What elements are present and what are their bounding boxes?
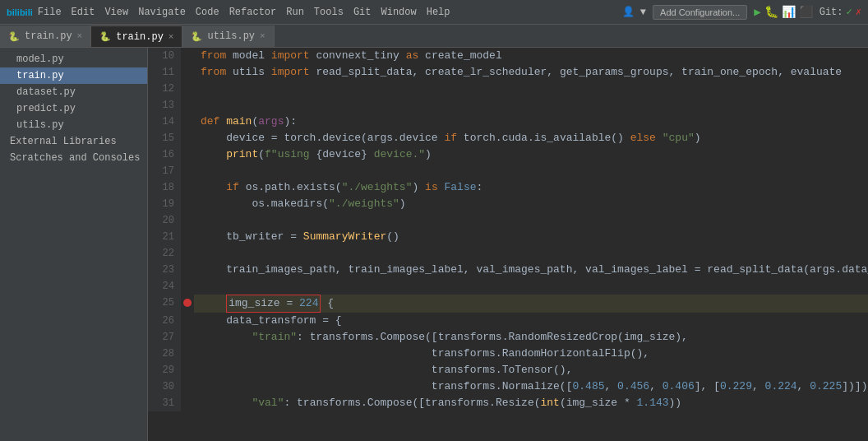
line-gutter — [181, 346, 194, 362]
tab-train-py-2[interactable]: 🐍 train.py × — [91, 26, 182, 47]
menu-help[interactable]: Help — [427, 7, 450, 18]
menu-refactor[interactable]: Refactor — [229, 7, 277, 18]
line-number: 31 — [148, 395, 181, 411]
line-content: data_transform = { — [194, 313, 868, 329]
debug-icon[interactable]: 🐛 — [764, 5, 778, 19]
menu-git[interactable]: Git — [353, 7, 372, 18]
line-gutter — [181, 212, 194, 229]
line-content: transforms.RandomHorizontalFlip(), — [194, 346, 868, 362]
table-row: 27 "train": transforms.Compose([transfor… — [148, 329, 868, 346]
line-content — [194, 212, 868, 229]
sidebar-item-model[interactable]: model.py — [0, 51, 147, 67]
table-row: 13 — [148, 97, 868, 114]
line-content: print(f"using {device} device.") — [194, 146, 868, 163]
table-row: 11 from utils import read_split_data, cr… — [148, 64, 868, 81]
git-x-icon: ✗ — [856, 6, 861, 18]
top-bar-left: bilibili File Edit View Navigate Code Re… — [7, 7, 450, 18]
sidebar-item-ext-libs[interactable]: External Libraries — [0, 133, 147, 150]
table-row: 20 — [148, 212, 868, 229]
line-gutter — [181, 262, 194, 278]
line-gutter — [181, 81, 194, 97]
menu-code[interactable]: Code — [196, 7, 219, 18]
line-content — [194, 163, 868, 179]
line-gutter — [181, 196, 194, 212]
line-number: 10 — [148, 48, 181, 64]
tab-close-icon[interactable]: × — [260, 31, 265, 41]
line-number: 26 — [148, 313, 181, 329]
tab-utils-py[interactable]: 🐍 utils.py × — [182, 26, 274, 47]
git-area: Git: ✓ ✗ — [820, 6, 861, 18]
table-row: 15 device = torch.device(args.device if … — [148, 130, 868, 146]
breakpoint-dot[interactable] — [183, 299, 192, 307]
tab-py-icon: 🐍 — [191, 31, 202, 42]
table-row: 26 data_transform = { — [148, 313, 868, 329]
line-gutter — [181, 329, 194, 346]
tab-close-icon[interactable]: × — [169, 32, 174, 42]
tab-label: utils.py — [207, 30, 255, 42]
line-number: 19 — [148, 196, 181, 212]
line-content: transforms.Normalize([0.485, 0.456, 0.40… — [194, 378, 868, 395]
sidebar-item-predict[interactable]: predict.py — [0, 100, 147, 117]
line-content: from model import convnext_tiny as creat… — [194, 48, 868, 64]
tab-py-icon: 🐍 — [8, 31, 20, 42]
line-number: 24 — [148, 278, 181, 295]
table-row: 22 — [148, 245, 868, 262]
table-row: 17 — [148, 163, 868, 179]
coverage-icon[interactable]: 📊 — [782, 5, 796, 19]
main-area: model.py train.py dataset.py predict.py … — [0, 48, 868, 441]
code-editor[interactable]: 10 from model import convnext_tiny as cr… — [148, 48, 868, 441]
sidebar-item-train[interactable]: train.py — [0, 67, 147, 84]
line-gutter — [181, 313, 194, 329]
table-row: 14 def main(args): — [148, 114, 868, 130]
tab-label: train.py — [25, 30, 72, 42]
line-gutter — [181, 378, 194, 395]
line-content: transforms.ToTensor(), — [194, 362, 868, 378]
line-gutter — [181, 229, 194, 245]
line-content: "train": transforms.Compose([transforms.… — [194, 329, 868, 346]
sidebar-item-dataset[interactable]: dataset.py — [0, 84, 147, 100]
line-content: device = torch.device(args.device if tor… — [194, 130, 868, 146]
tab-train-py-1[interactable]: 🐍 train.py × — [0, 26, 91, 47]
line-number: 30 — [148, 378, 181, 395]
line-gutter — [181, 179, 194, 196]
tab-label: train.py — [116, 31, 164, 43]
line-gutter — [181, 278, 194, 295]
table-row: 12 — [148, 81, 868, 97]
menu-tools[interactable]: Tools — [314, 7, 344, 18]
menu-run[interactable]: Run — [286, 7, 304, 18]
add-config-button[interactable]: Add Configuration... — [653, 5, 747, 20]
stop-icon[interactable]: ⬛ — [799, 5, 813, 19]
table-row: 10 from model import convnext_tiny as cr… — [148, 48, 868, 64]
menu-file[interactable]: File — [38, 7, 62, 18]
line-gutter — [181, 295, 194, 313]
table-row: 19 os.makedirs("./weights") — [148, 196, 868, 212]
line-number: 28 — [148, 346, 181, 362]
user-icon[interactable]: 👤 ▼ — [622, 6, 646, 18]
sidebar-item-utils[interactable]: utils.py — [0, 117, 147, 133]
menu-view[interactable]: View — [104, 7, 128, 18]
sidebar-item-scratches[interactable]: Scratches and Consoles — [0, 150, 147, 166]
line-content: from utils import read_split_data, creat… — [194, 64, 868, 81]
table-row: 16 print(f"using {device} device.") — [148, 146, 868, 163]
line-gutter — [181, 97, 194, 114]
line-number: 14 — [148, 114, 181, 130]
line-content: "val": transforms.Compose([transforms.Re… — [194, 395, 868, 411]
table-row: 18 if os.path.exists("./weights") is Fal… — [148, 179, 868, 196]
table-row: 23 train_images_path, train_images_label… — [148, 262, 868, 278]
line-number: 23 — [148, 262, 181, 278]
tab-close-icon[interactable]: × — [77, 31, 83, 41]
line-number: 12 — [148, 81, 181, 97]
tabs-bar: 🐍 train.py × 🐍 train.py × 🐍 utils.py × — [0, 25, 868, 48]
menu-navigate[interactable]: Navigate — [138, 7, 186, 18]
line-number: 27 — [148, 329, 181, 346]
line-content — [194, 245, 868, 262]
line-number: 17 — [148, 163, 181, 179]
logo-bilibili: bilibili — [7, 7, 33, 17]
line-number: 21 — [148, 229, 181, 245]
menu-edit[interactable]: Edit — [72, 7, 95, 18]
line-content — [194, 278, 868, 295]
menu-window[interactable]: Window — [381, 7, 416, 18]
run-icon[interactable]: ▶ — [754, 5, 760, 19]
line-number: 18 — [148, 179, 181, 196]
line-gutter — [181, 130, 194, 146]
